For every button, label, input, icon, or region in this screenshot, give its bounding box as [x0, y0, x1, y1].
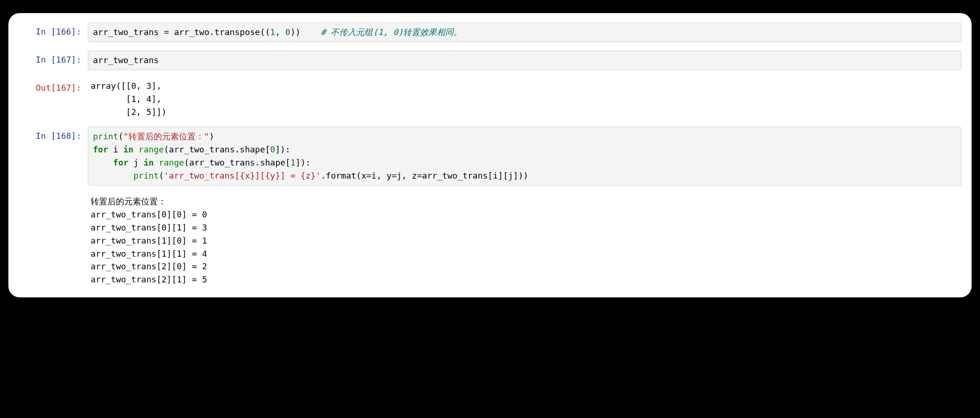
code-token: (arr_two_trans	[164, 144, 235, 154]
code-token: ))	[291, 27, 321, 37]
code-token: arr_two_trans[i][j]))	[422, 171, 528, 180]
code-token: shape[	[260, 158, 291, 167]
code-token	[93, 158, 113, 167]
cell-168-stdout: 转置后的元素位置： arr_two_trans[0][0] = 0 arr_tw…	[8, 194, 972, 286]
output-text-168: 转置后的元素位置： arr_two_trans[0][0] = 0 arr_tw…	[88, 194, 961, 286]
code-input-166[interactable]: arr_two_trans = arr_two.transpose((1, 0)…	[88, 22, 961, 42]
code-keyword: for	[113, 158, 128, 167]
cell-167: In [167]: arr_two_trans	[8, 50, 972, 70]
output-text-167: array([[0, 3], [1, 4], [2, 5]])	[88, 79, 961, 119]
code-token: =	[417, 171, 422, 180]
code-token: )	[209, 131, 214, 141]
code-token: shape[	[240, 144, 270, 154]
code-token: arr_two_trans	[93, 27, 164, 37]
code-comment: # 不传入元组(1, 0)转置效果相同。	[321, 27, 462, 37]
code-token: i	[108, 144, 124, 154]
code-input-167[interactable]: arr_two_trans	[88, 50, 961, 70]
code-token: =	[391, 171, 397, 180]
code-token: range	[139, 144, 164, 154]
prompt-empty	[8, 194, 88, 197]
code-token: range	[159, 158, 184, 167]
code-token: i, y	[371, 171, 391, 180]
code-token: j, z	[397, 171, 417, 180]
code-token: ]):	[296, 158, 311, 167]
code-token: format(x	[326, 171, 367, 180]
code-string: 'arr_two_trans[{x}][{y}] = {z}'	[164, 171, 321, 180]
code-token: (arr_two_trans	[184, 158, 255, 167]
code-token: print	[93, 131, 118, 141]
code-token: j	[128, 158, 144, 167]
prompt-in-166: In [166]:	[8, 22, 88, 38]
code-token: (	[118, 131, 123, 141]
prompt-in-167: In [167]:	[8, 50, 88, 66]
code-token: =	[164, 27, 169, 37]
code-token: .	[321, 171, 326, 180]
code-token: arr_two	[169, 27, 210, 37]
jupyter-notebook: In [166]: arr_two_trans = arr_two.transp…	[8, 13, 972, 297]
code-token: 0	[270, 144, 275, 154]
code-keyword: in	[123, 144, 134, 154]
code-token: 1	[270, 27, 275, 37]
prompt-out-167: Out[167]:	[8, 79, 88, 94]
code-token: =	[366, 171, 371, 180]
code-keyword: for	[93, 144, 108, 154]
code-token: ]):	[275, 144, 291, 154]
prompt-in-168: In [168]:	[8, 127, 88, 143]
code-token	[134, 144, 139, 154]
code-token: ,	[275, 27, 285, 37]
code-token	[93, 171, 134, 180]
cell-168: In [168]: print("转置后的元素位置：") for i in ra…	[8, 127, 972, 186]
code-token: 0	[285, 27, 291, 37]
cell-167-out: Out[167]: array([[0, 3], [1, 4], [2, 5]]…	[8, 79, 972, 119]
code-token: .	[234, 144, 240, 154]
code-token: .	[255, 158, 260, 167]
code-input-168[interactable]: print("转置后的元素位置：") for i in range(arr_tw…	[88, 127, 961, 186]
code-token: .	[209, 27, 214, 37]
code-token: (	[159, 171, 164, 180]
code-string: "转置后的元素位置："	[123, 131, 209, 141]
code-token	[154, 158, 159, 167]
code-keyword: in	[143, 158, 154, 167]
cell-166: In [166]: arr_two_trans = arr_two.transp…	[8, 22, 972, 42]
code-token: 1	[291, 158, 296, 167]
code-token: print	[134, 171, 159, 180]
code-token: transpose((	[214, 27, 270, 37]
